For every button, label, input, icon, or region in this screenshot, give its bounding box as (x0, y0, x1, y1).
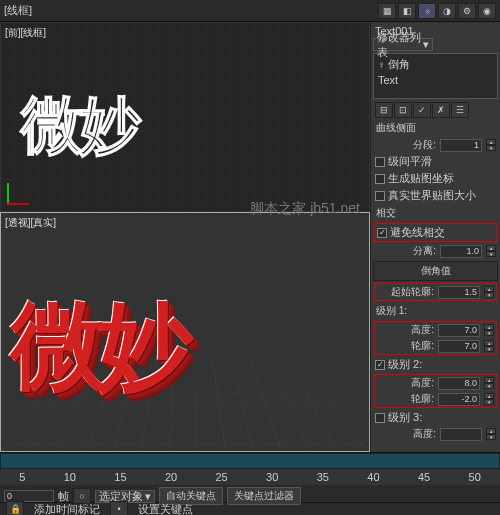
timeline-strip[interactable] (0, 453, 500, 469)
segs-label: 分段: (413, 138, 436, 152)
chevron-down-icon: ▾ (423, 38, 429, 51)
section-intersect: 相交 (373, 204, 498, 222)
sep-spin-btns[interactable]: ▴▾ (486, 245, 496, 258)
o1-label: 轮廓: (411, 339, 434, 353)
tool-icon-1[interactable]: ▦ (378, 3, 396, 19)
h3-btns[interactable]: ▴▾ (486, 428, 496, 441)
section-curve: 曲线侧面 (373, 119, 498, 137)
o2-btns[interactable]: ▴▾ (484, 393, 494, 406)
sep-label: 分离: (413, 244, 436, 258)
start-outline-spinner[interactable]: 1.5 (438, 286, 480, 299)
add-marker-label[interactable]: 添加时间标记 (34, 502, 100, 516)
viewport-top-label: [前][线框] (5, 26, 46, 40)
o2-spinner[interactable]: -2.0 (438, 393, 480, 406)
command-panel: Text001 修改器列表▾ ♀ 倒角 Text ⊟ ⊡ ✓ ✗ ☰ 曲线侧面 … (370, 22, 500, 452)
cb-avoid-intersect[interactable] (377, 228, 387, 238)
h2-btns[interactable]: ▴▾ (484, 377, 494, 390)
stack-config-icon[interactable]: ☰ (451, 102, 469, 118)
segs-spinner[interactable]: 1 (440, 139, 482, 152)
cb-avoid-label: 避免线相交 (390, 225, 445, 240)
o1-spinner[interactable]: 7.0 (438, 340, 480, 353)
o2-label: 轮廓: (411, 392, 434, 406)
h3-spinner[interactable] (440, 428, 482, 441)
tool-icon-6[interactable]: ◉ (478, 3, 496, 19)
timeline: 5101520253035404550 0 帧 ○ 选定对象▾ 自动关键点 关键… (0, 452, 500, 502)
h3-label: 高度: (413, 427, 436, 441)
modifier-dropdown[interactable]: 修改器列表▾ (373, 38, 433, 51)
key-filter-button[interactable]: 关键点过滤器 (227, 487, 301, 505)
view-mode-label: [线框] (4, 3, 32, 18)
cb-genmap-label: 生成贴图坐标 (388, 171, 454, 186)
level1-label: 级别 1: (373, 302, 498, 320)
viewport-perspective[interactable]: [透视][真实] 微妙 (0, 212, 370, 452)
modify-tab-icon[interactable]: ⟐ (418, 3, 436, 19)
stack-show-icon[interactable]: ⊡ (394, 102, 412, 118)
timeline-ticks: 5101520253035404550 (0, 469, 500, 485)
cb-level2[interactable] (375, 360, 385, 370)
h1-btns[interactable]: ▴▾ (484, 324, 494, 337)
h2-spinner[interactable]: 8.0 (438, 377, 480, 390)
beveled-text: 微妙 (11, 283, 185, 411)
stack-remove-icon[interactable]: ✗ (432, 102, 450, 118)
lock-icon[interactable]: 🔒 (6, 501, 24, 515)
axis-gizmo (7, 175, 37, 205)
stack-pin-icon[interactable]: ⊟ (375, 102, 393, 118)
start-outline-btns[interactable]: ▴▾ (484, 286, 494, 299)
cb-realworld[interactable] (375, 191, 385, 201)
wireframe-text: 微妙 (21, 83, 137, 167)
set-key-label[interactable]: 设置关键点 (138, 502, 193, 516)
cb-smooth[interactable] (375, 157, 385, 167)
level3-label: 级别 3: (388, 410, 422, 425)
tool-icon-2[interactable]: ◧ (398, 3, 416, 19)
cb-genmap[interactable] (375, 174, 385, 184)
viewport-bot-label: [透视][真实] (5, 216, 56, 230)
modifier-text[interactable]: Text (376, 73, 495, 87)
h1-spinner[interactable]: 7.0 (438, 324, 480, 337)
sep-spinner[interactable]: 1.0 (440, 245, 482, 258)
start-outline-label: 起始轮廓: (391, 285, 434, 299)
cb-smooth-label: 级间平滑 (388, 154, 432, 169)
stack-unique-icon[interactable]: ✓ (413, 102, 431, 118)
o1-btns[interactable]: ▴▾ (484, 340, 494, 353)
segs-spin-btns[interactable]: ▴▾ (486, 139, 496, 152)
modifier-stack[interactable]: ♀ 倒角 Text (373, 53, 498, 99)
h2-label: 高度: (411, 376, 434, 390)
set-key-icon[interactable]: • (110, 501, 128, 515)
tool-icon-5[interactable]: ⚙ (458, 3, 476, 19)
watermark: 脚本之家 jb51.net (250, 200, 360, 218)
modifier-bevel[interactable]: ♀ 倒角 (376, 56, 495, 73)
tool-icon-4[interactable]: ◑ (438, 3, 456, 19)
cb-level3[interactable] (375, 413, 385, 423)
h1-label: 高度: (411, 323, 434, 337)
cb-realworld-label: 真实世界贴图大小 (388, 188, 476, 203)
bevel-header[interactable]: 倒角值 (373, 261, 498, 281)
viewport-front[interactable]: [前][线框] 微妙 (0, 22, 370, 212)
level2-label: 级别 2: (388, 357, 422, 372)
